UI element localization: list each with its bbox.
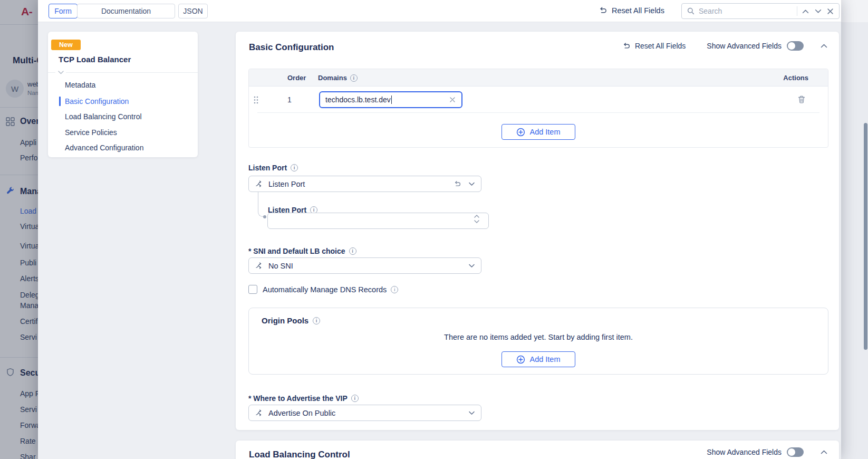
section-reset-all-button[interactable]: Reset All Fields <box>622 42 686 50</box>
chevron-down-icon <box>469 411 475 415</box>
sni-label: * SNI and Default LB choice i <box>248 247 356 255</box>
collapse-section-icon[interactable] <box>821 44 827 48</box>
sni-select[interactable]: No SNI <box>248 257 481 274</box>
domain-input-value: techdocs.lb.test.dev <box>325 95 391 104</box>
load-balancing-control-section: Load Balancing Control Show Advanced Fie… <box>236 441 839 459</box>
scrollbar-thumb[interactable] <box>864 123 867 350</box>
search-close-icon[interactable] <box>826 7 834 15</box>
search-next-button[interactable] <box>814 8 823 15</box>
show-advanced-fields-label: Show Advanced Fields <box>707 448 782 456</box>
vip-select[interactable]: Advertise On Public <box>248 405 481 421</box>
add-item-label: Add Item <box>529 355 560 364</box>
active-section-indicator <box>59 97 61 106</box>
section-title: Basic Configuration <box>249 42 334 53</box>
modal-topbar: Form Documentation JSON Reset All Fields <box>38 0 841 22</box>
reset-all-fields-button[interactable]: Reset All Fields <box>599 6 664 15</box>
background-app: A- Multi-C W web Nam Over Appli Perfo Ma… <box>0 0 38 459</box>
dns-records-label: Automatically Manage DNS Records i <box>263 285 398 294</box>
add-item-label: Add Item <box>529 128 560 136</box>
wizard-nav-metadata[interactable]: Metadata <box>65 80 95 90</box>
search-input[interactable] <box>699 7 793 15</box>
show-advanced-fields-label: Show Advanced Fields <box>707 42 782 50</box>
tab-json[interactable]: JSON <box>178 4 208 18</box>
search-box <box>681 3 840 19</box>
stepper-down-icon[interactable] <box>474 220 479 223</box>
origin-pools-title: Origin Pools i <box>262 316 320 325</box>
domains-table: Order Domains i Actions 1 techdocs.lb.te… <box>248 69 828 148</box>
divider <box>797 6 797 16</box>
delete-row-trash-icon[interactable] <box>797 95 806 104</box>
vip-label: * Where to Advertise the VIP i <box>248 394 359 403</box>
nested-field-connector <box>258 192 263 217</box>
domains-table-header: Order Domains i Actions <box>249 69 828 87</box>
info-icon[interactable]: i <box>350 74 358 82</box>
wizard-nav-service-policies[interactable]: Service Policies <box>65 127 117 138</box>
vip-select-value: Advertise On Public <box>268 409 335 417</box>
listen-port-choice-select[interactable]: Listen Port <box>248 176 481 192</box>
modal-dim-overlay <box>0 0 38 459</box>
show-advanced-fields-toggle[interactable] <box>787 447 804 457</box>
stepper-up-icon[interactable] <box>474 215 479 218</box>
text-cursor <box>391 95 392 104</box>
reset-icon <box>599 6 607 15</box>
toggle-knob <box>788 42 795 50</box>
reset-icon <box>622 42 631 50</box>
origin-pools-group: Origin Pools i There are no items added … <box>248 308 828 375</box>
wizard-nav-panel: New TCP Load Balancer Metadata Basic Con… <box>48 32 198 157</box>
toggle-knob <box>788 448 795 456</box>
wizard-nav-load-balancing-control[interactable]: Load Balancing Control <box>65 111 142 122</box>
listen-port-number-input[interactable] <box>267 213 489 229</box>
clear-input-icon[interactable] <box>449 96 456 103</box>
column-domains: Domains i <box>318 74 358 82</box>
new-badge: New <box>51 40 81 50</box>
origin-pools-empty-message: There are no items added yet. Start by a… <box>249 333 828 341</box>
collapse-section-icon[interactable] <box>821 450 827 454</box>
add-domain-button[interactable]: Add Item <box>501 124 575 140</box>
background-header-right <box>841 0 868 22</box>
tab-form[interactable]: Form <box>49 4 78 18</box>
chevron-down-icon[interactable] <box>55 70 66 75</box>
plus-circle-icon <box>516 128 525 137</box>
section-reset-all-label: Reset All Fields <box>635 42 686 50</box>
sni-select-value: No SNI <box>268 262 293 270</box>
info-icon[interactable]: i <box>291 164 298 171</box>
number-stepper <box>474 215 479 223</box>
plus-circle-icon <box>516 355 525 364</box>
divider <box>48 72 198 73</box>
info-icon[interactable]: i <box>351 395 359 402</box>
chevron-down-icon <box>469 264 475 268</box>
add-origin-pool-button[interactable]: Add Item <box>501 351 575 367</box>
search-prev-button[interactable] <box>801 8 810 15</box>
field-reset-icon[interactable] <box>454 180 461 188</box>
chevron-down-icon <box>469 182 475 186</box>
drag-handle-icon[interactable] <box>253 95 259 104</box>
info-icon[interactable]: i <box>391 286 398 293</box>
info-icon[interactable]: i <box>313 317 320 324</box>
show-advanced-fields-toggle[interactable] <box>787 41 804 51</box>
column-order: Order <box>287 74 306 82</box>
column-actions: Actions <box>783 74 808 82</box>
domain-input[interactable]: techdocs.lb.test.dev <box>319 91 462 108</box>
search-icon <box>687 7 695 15</box>
listen-port-choice-value: Listen Port <box>268 180 305 188</box>
choice-icon <box>255 262 263 270</box>
dns-records-checkbox[interactable] <box>248 285 257 294</box>
listen-port-label: Listen Port i <box>248 164 298 172</box>
table-footer: Add Item <box>249 113 828 148</box>
domain-row: 1 techdocs.lb.test.dev <box>249 87 828 113</box>
tab-documentation[interactable]: Documentation <box>77 4 175 18</box>
background-right-gutter <box>841 0 868 459</box>
info-icon[interactable]: i <box>349 247 356 255</box>
reset-all-fields-label: Reset All Fields <box>612 6 664 15</box>
order-cell: 1 <box>287 95 292 104</box>
choice-icon <box>255 409 263 417</box>
section-title: Load Balancing Control <box>249 450 350 459</box>
wizard-nav-advanced-configuration[interactable]: Advanced Configuration <box>65 142 143 153</box>
connector-dot <box>263 215 266 218</box>
wizard-nav-basic-configuration[interactable]: Basic Configuration <box>65 96 129 107</box>
config-modal: Form Documentation JSON Reset All Fields <box>38 0 841 459</box>
app-canvas: A- Multi-C W web Nam Over Appli Perfo Ma… <box>0 0 868 459</box>
choice-icon <box>255 180 263 188</box>
basic-configuration-section: Basic Configuration Reset All Fields Sho… <box>236 32 839 430</box>
wizard-title: TCP Load Balancer <box>59 55 131 64</box>
